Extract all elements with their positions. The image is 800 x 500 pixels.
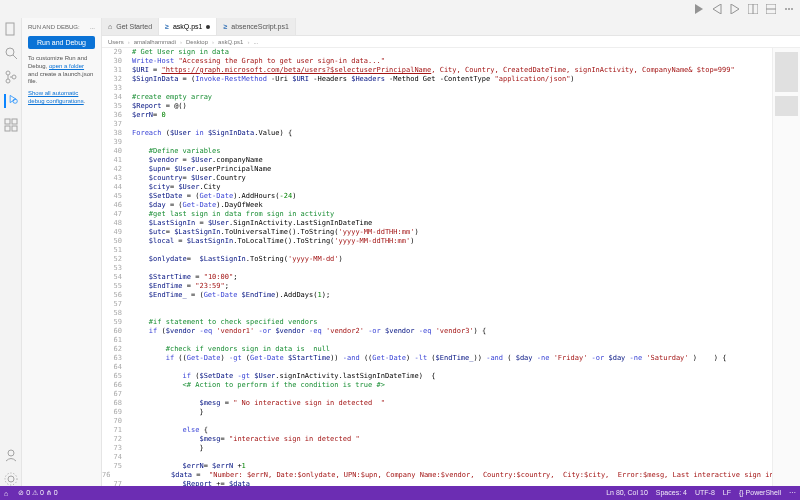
search-icon[interactable] [4,46,18,60]
code-line[interactable]: 67 [102,390,772,399]
code-line[interactable]: 57 [102,300,772,309]
run-play-icon[interactable] [694,4,704,14]
code-line[interactable]: 39 [102,138,772,147]
code-line[interactable]: 56 $EndTime_ = (Get-Date $EndTime).AddDa… [102,291,772,300]
tab-absencescript-ps1[interactable]: ≥absenceScript.ps1 [217,18,295,35]
code-line[interactable]: 60 if ($vendor -eq 'vendor1' -or $vendor… [102,327,772,336]
line-number: 64 [102,363,126,372]
line-number: 37 [102,120,126,129]
code-line[interactable]: 48 $LastSignIn = $User.SignInActivity.La… [102,219,772,228]
status-item[interactable]: ⋯ [789,489,796,497]
breadcrumb-segment[interactable]: Users [108,39,124,45]
code-line[interactable]: 75 $errN= $errN +1 [102,462,772,471]
minimap[interactable] [772,48,800,486]
layout2-icon[interactable] [766,4,776,14]
code-line[interactable]: 30Write-Host "Accessing the Graph to get… [102,57,772,66]
panel-title: Run and Debug: [28,24,80,30]
status-item[interactable]: {} PowerShell [739,489,781,497]
explorer-icon[interactable] [4,22,18,36]
status-item[interactable]: Spaces: 4 [656,489,687,497]
code-line[interactable]: 61 [102,336,772,345]
vs-icon: ⌂ [108,23,112,30]
panel-help-text: To customize Run and Debug, open a folde… [26,53,97,88]
status-item[interactable]: LF [723,489,731,497]
code-editor[interactable]: 29# Get User sign in data30Write-Host "A… [102,48,772,486]
show-configs-link[interactable]: Show all automatic debug configurations [28,90,84,104]
tab-askq-ps1[interactable]: ≥askQ.ps1 [159,18,217,35]
breadcrumb-segment[interactable]: askQ.ps1 [218,39,243,45]
open-folder-link[interactable]: open a folder [49,63,84,69]
breadcrumb[interactable]: Users›amalalhammadi›Desktop›askQ.ps1›... [102,36,800,48]
status-item[interactable]: Ln 80, Col 10 [606,489,648,497]
line-number: 46 [102,201,126,210]
code-line[interactable]: 51 [102,246,772,255]
code-line[interactable]: 34#create empty array [102,93,772,102]
code-line[interactable]: 74 [102,453,772,462]
panel-menu-icon[interactable]: ... [90,24,95,30]
gear-icon[interactable] [4,472,18,486]
code-line[interactable]: 71 else { [102,426,772,435]
code-line[interactable]: 52 $onlydate= $LastSignIn.ToString('yyyy… [102,255,772,264]
status-item[interactable]: ⋔ 0 [46,489,58,496]
extensions-icon[interactable] [4,118,18,132]
code-line[interactable]: 50 $local = $LastSignIn.ToLocalTime().To… [102,237,772,246]
status-item[interactable]: ⊘ 0 ⚠ 0 [18,489,44,496]
code-line[interactable]: 73 } [102,444,772,453]
breadcrumb-segment[interactable]: ... [253,39,258,45]
code-line[interactable]: 45 $SetDate = (Get-Date).AddHours(-24) [102,192,772,201]
code-line[interactable]: 44 $city= $User.City [102,183,772,192]
line-number: 52 [102,255,126,264]
more-icon[interactable] [784,4,794,14]
code-line[interactable]: 38Foreach ($User in $SignInData.Value) { [102,129,772,138]
line-number: 75 [102,462,126,471]
code-line[interactable]: 35$Report = @() [102,102,772,111]
line-number: 36 [102,111,126,120]
line-number: 57 [102,300,126,309]
code-line[interactable]: 31$URI = "https://graph.microsoft.com/be… [102,66,772,75]
breadcrumb-segment[interactable]: amalalhammadi [134,39,176,45]
code-line[interactable]: 64 [102,363,772,372]
run-step-fwd-icon[interactable] [730,4,740,14]
code-line[interactable]: 46 $day = (Get-Date).DayOfWeek [102,201,772,210]
tab-get-started[interactable]: ⌂Get Started [102,18,159,35]
code-line[interactable]: 69 } [102,408,772,417]
code-line[interactable]: 55 $EndTime = "23:59"; [102,282,772,291]
code-line[interactable]: 43 $country= $User.Country [102,174,772,183]
code-line[interactable]: 58 [102,309,772,318]
code-line[interactable]: 65 if ($SetDate -gt $User.signInActivity… [102,372,772,381]
code-line[interactable]: 40 #Define variables [102,147,772,156]
account-icon[interactable] [4,448,18,462]
code-line[interactable]: 41 $vendor = $User.companyName [102,156,772,165]
code-line[interactable]: 66 <# Action to perform if the condition… [102,381,772,390]
code-line[interactable]: 62 #check if vendors sign in data is nul… [102,345,772,354]
code-line[interactable]: 37 [102,120,772,129]
svg-rect-16 [5,126,10,131]
line-number: 40 [102,147,126,156]
code-line[interactable]: 33 [102,84,772,93]
run-debug-button[interactable]: Run and Debug [28,36,95,49]
breadcrumb-segment[interactable]: Desktop [186,39,208,45]
code-line[interactable]: 32$SignInData = (Invoke-RestMethod -Uri … [102,75,772,84]
code-line[interactable]: 42 $upn= $User.userPrincipalName [102,165,772,174]
code-line[interactable]: 49 $utc= $LastSignIn.ToUniversalTime().T… [102,228,772,237]
code-line[interactable]: 63 if ((Get-Date) -gt (Get-Date $StartTi… [102,354,772,363]
run-step-back-icon[interactable] [712,4,722,14]
code-line[interactable]: 68 $mesg = " No interactive sign in dete… [102,399,772,408]
code-line[interactable]: 54 $StartTime = "10:00"; [102,273,772,282]
line-number: 54 [102,273,126,282]
layout-icon[interactable] [748,4,758,14]
tab-label: absenceScript.ps1 [231,23,289,30]
code-line[interactable]: 72 $mesg= "interactive sign in detected … [102,435,772,444]
code-line[interactable]: 59 #if statement to check specified vend… [102,318,772,327]
code-line[interactable]: 70 [102,417,772,426]
code-line[interactable]: 29# Get User sign in data [102,48,772,57]
code-line[interactable]: 77 $Report += $data [102,480,772,486]
code-line[interactable]: 53 [102,264,772,273]
git-icon[interactable] [4,70,18,84]
status-item[interactable]: UTF-8 [695,489,715,497]
code-line[interactable]: 76 $data = "Number: $errN, Date:$onlydat… [102,471,772,480]
code-line[interactable]: 36$errN= 0 [102,111,772,120]
code-line[interactable]: 47 #get last sign in data from sign in a… [102,210,772,219]
debug-icon[interactable] [4,94,18,108]
status-remote-icon[interactable]: ⌂ [4,490,8,497]
